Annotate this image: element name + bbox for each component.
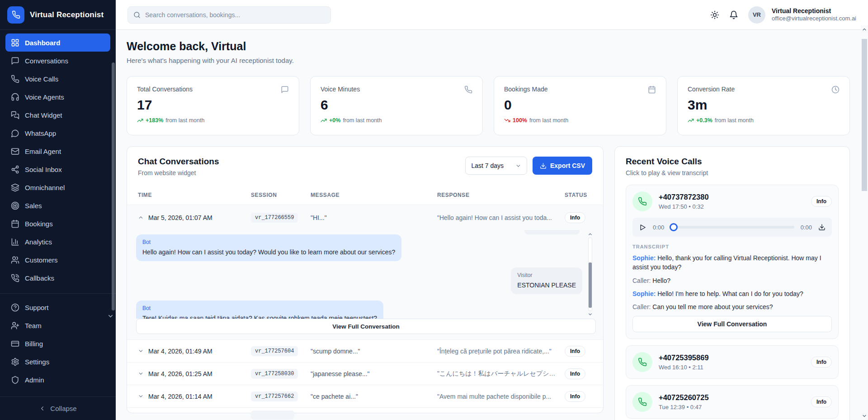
table-row[interactable]: Mar 5, 2026, 01:07 AM vr_177266559 "HI..…	[127, 205, 603, 230]
chevron-down-icon[interactable]	[138, 348, 144, 354]
user-menu[interactable]: Virtual Receptionist office@virtualrecep…	[772, 7, 856, 23]
voice-call-header[interactable]: +40725395869 Wed 16:10 • 2:11 Info	[632, 352, 832, 372]
session-badge: vr_177266559	[251, 213, 298, 223]
view-full-conversation-button[interactable]: View Full Conversation	[136, 319, 596, 334]
export-csv-button[interactable]: Export CSV	[533, 157, 592, 175]
stat-label: Bookings Made	[504, 86, 548, 93]
download-icon[interactable]	[818, 224, 826, 231]
scroll-up-icon[interactable]	[862, 25, 867, 33]
transcript-line: Sophie: Hello! I'm here to help. What ca…	[632, 289, 832, 298]
info-badge[interactable]: Info	[811, 357, 832, 368]
global-search[interactable]	[127, 6, 331, 24]
play-icon[interactable]	[639, 224, 646, 231]
sidebar-item-chat-widget[interactable]: Chat Widget	[5, 106, 110, 124]
sidebar-item-settings[interactable]: Settings	[5, 353, 110, 371]
collapse-label: Collapse	[50, 405, 76, 412]
theme-toggle-sun-icon[interactable]	[710, 10, 719, 19]
info-badge[interactable]: Info	[565, 346, 585, 357]
row-time: Mar 4, 2026, 01:25 AM	[148, 370, 212, 377]
stat-trend-suffix: from last month	[529, 117, 568, 124]
table-row[interactable]: Mar 4, 2026, 01:14 AM vr_177257662 "ce p…	[127, 385, 603, 407]
sidebar-item-label: Billing	[25, 340, 43, 348]
layers-icon	[11, 183, 19, 192]
info-badge[interactable]: Info	[811, 396, 832, 407]
call-number: +40725395869	[659, 353, 709, 362]
sidebar-item-label: Support	[25, 304, 49, 311]
info-badge[interactable]: Info	[811, 196, 832, 207]
sidebar-item-email-agent[interactable]: Email Agent	[5, 142, 110, 160]
voice-call-header[interactable]: +40737872380 Wed 17:50 • 0:32 Info	[632, 191, 832, 211]
row-time: Mar 4, 2026, 01:49 AM	[148, 348, 212, 355]
sidebar-item-sales[interactable]: Sales	[5, 196, 110, 215]
scrollbar-track[interactable]	[862, 33, 867, 412]
sidebar-item-bookings[interactable]: Bookings	[5, 215, 110, 233]
collapse-sidebar-button[interactable]: Collapse	[0, 396, 116, 420]
sidebar-item-admin[interactable]: Admin	[5, 371, 110, 389]
scroll-up-icon[interactable]	[588, 232, 593, 237]
sidebar-item-whatsapp[interactable]: WhatsApp	[5, 124, 110, 142]
info-badge[interactable]: Info	[565, 368, 585, 379]
view-full-conversation-button[interactable]: View Full Conversation	[632, 316, 832, 332]
page-scrollbar[interactable]	[861, 25, 868, 420]
sidebar-item-customers[interactable]: Customers	[5, 251, 110, 269]
search-input[interactable]	[145, 11, 325, 19]
date-range-select[interactable]: Last 7 days	[465, 157, 527, 175]
sidebar-item-dashboard[interactable]: Dashboard	[5, 33, 110, 52]
stat-trend-value: +0.3%	[696, 117, 712, 124]
seek-slider-thumb[interactable]	[670, 223, 678, 231]
info-badge[interactable]: Info	[565, 212, 585, 223]
calendar-icon	[11, 220, 19, 228]
chevron-down-icon[interactable]	[138, 393, 144, 399]
main-content: Welcome back, Virtual Here's what's happ…	[116, 30, 861, 420]
scrollbar-track[interactable]	[588, 238, 592, 311]
sidebar-item-social-inbox[interactable]: Social Inbox	[5, 160, 110, 178]
chevron-down-icon	[515, 163, 521, 169]
voice-call-header[interactable]: +40725260725 Tue 12:39 • 0:47 Info	[632, 392, 832, 412]
sidebar-item-support[interactable]: Support	[5, 298, 110, 316]
user-avatar[interactable]: VR	[748, 6, 765, 24]
sidebar-nav: Dashboard Conversations Voice Calls Voic…	[0, 30, 116, 289]
sidebar: Virtual Receptionist Dashboard Conversat…	[0, 0, 116, 420]
calendar-icon	[648, 86, 656, 94]
phone-icon	[632, 392, 652, 412]
stat-trend-value: 100%	[513, 117, 527, 124]
sender-label: Visitor	[517, 272, 576, 278]
shield-icon	[11, 376, 19, 384]
chevron-up-icon[interactable]	[138, 215, 144, 220]
app-logo	[7, 6, 24, 24]
stat-trend-suffix: from last month	[165, 117, 204, 124]
notifications-bell-icon[interactable]	[729, 10, 738, 19]
stat-trend-value: +183%	[146, 117, 163, 124]
clock-icon	[831, 86, 840, 94]
sidebar-scrollbar-thumb[interactable]	[112, 62, 115, 310]
sidebar-header: Virtual Receptionist	[0, 0, 116, 30]
scroll-down-icon[interactable]	[862, 412, 867, 420]
sidebar-item-analytics[interactable]: Analytics	[5, 233, 110, 251]
call-meta: Wed 17:50 • 0:32	[659, 203, 709, 210]
sidebar-item-team[interactable]: Team	[5, 316, 110, 334]
scroll-down-icon[interactable]	[588, 312, 593, 317]
sidebar-item-voice-calls[interactable]: Voice Calls	[5, 70, 110, 88]
sidebar-item-callbacks[interactable]: Callbacks	[5, 269, 110, 287]
chevron-down-icon[interactable]	[138, 371, 144, 377]
stat-card-bookings-made: Bookings Made 0 100%from last month	[494, 76, 666, 135]
search-icon	[133, 11, 141, 19]
page-title: Welcome back, Virtual	[127, 40, 850, 53]
conversation-scrollbar[interactable]	[587, 232, 593, 317]
top-bar: VR Virtual Receptionist office@virtualre…	[116, 0, 868, 30]
table-row[interactable]: Mar 4, 2026, 01:25 AM vr_177258030 "japa…	[127, 362, 603, 385]
message-square-icon	[281, 86, 289, 94]
seek-slider[interactable]	[670, 226, 794, 229]
table-row-partial[interactable]	[127, 407, 603, 413]
info-badge[interactable]: Info	[565, 391, 585, 402]
table-row[interactable]: Mar 4, 2026, 01:49 AM vr_177257604 "scum…	[127, 339, 603, 362]
scrollbar-thumb[interactable]	[589, 262, 592, 307]
conversation-scroll-area[interactable]: Bot Hello again! How can I assist you to…	[136, 230, 596, 319]
sidebar-item-conversations[interactable]: Conversations	[5, 52, 110, 70]
scrollbar-thumb[interactable]	[862, 39, 867, 191]
sidebar-item-billing[interactable]: Billing	[5, 334, 110, 353]
page-subtitle: Here's what's happening with your AI rec…	[127, 57, 850, 64]
bot-message-bubble: Bot Hello again! How can I assist you to…	[136, 234, 401, 261]
sidebar-item-omnichannel[interactable]: Omnichannel	[5, 178, 110, 196]
sidebar-item-voice-agents[interactable]: Voice Agents	[5, 88, 110, 106]
